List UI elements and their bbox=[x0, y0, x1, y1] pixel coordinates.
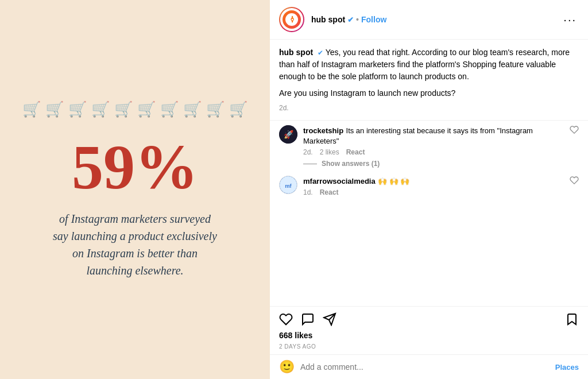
trocketship-avatar: 🚀 bbox=[279, 125, 297, 144]
follow-button[interactable]: Follow bbox=[361, 15, 386, 24]
hubspot-logo bbox=[283, 10, 301, 29]
comment-button[interactable] bbox=[301, 312, 315, 326]
shopping-carts-row: 🛒 🛒 🛒 🛒 🛒 🛒 🛒 🛒 🛒 🛒 bbox=[22, 100, 247, 118]
comment-username: trocketship bbox=[303, 126, 343, 135]
caption-username: hub spot bbox=[279, 48, 313, 57]
comment-meta: 1d. React bbox=[303, 188, 564, 196]
emoji-button[interactable]: 🙂 bbox=[279, 359, 295, 374]
comment-meta: 2d. 2 likes React bbox=[303, 148, 564, 156]
cart-icon-8: 🛒 bbox=[183, 100, 202, 118]
add-comment-bar: 🙂 Places bbox=[270, 354, 588, 379]
svg-text:mf: mf bbox=[285, 183, 292, 189]
comment-time: 2d. bbox=[303, 148, 313, 156]
comment-body: trocketship Its an interesting stat beca… bbox=[303, 125, 564, 168]
post-image-panel: 🛒 🛒 🛒 🛒 🛒 🛒 🛒 🛒 🛒 🛒 59% of Instagram mar… bbox=[0, 0, 270, 379]
comment-item: 🚀 trocketship Its an interesting stat be… bbox=[279, 125, 579, 168]
comment-item: mf mfarrowsocialmedia 🙌 🙌 🙌 1d. React bbox=[279, 176, 579, 196]
svg-point-0 bbox=[285, 13, 298, 26]
cart-icon-3: 🛒 bbox=[68, 100, 87, 118]
comment-react-button[interactable]: React bbox=[346, 148, 365, 156]
cart-icon-5: 🛒 bbox=[114, 100, 133, 118]
comment-input[interactable] bbox=[300, 362, 550, 372]
comment-text: 🙌 🙌 🙌 bbox=[378, 177, 409, 185]
caption-question: Are you using Instagram to launch new pr… bbox=[279, 87, 579, 99]
comment-likes: 2 likes bbox=[320, 148, 339, 156]
post-date: 2 DAYS AGO bbox=[270, 342, 588, 354]
caption-verified: ✔ bbox=[318, 49, 323, 57]
caption-time: 2d. bbox=[279, 103, 579, 113]
stat-number: 59% bbox=[72, 136, 198, 199]
comment-username: mfarrowsocialmedia bbox=[303, 177, 376, 185]
show-answers-button[interactable]: Show answers (1) bbox=[322, 160, 380, 168]
header-username-row: hub spot ✔ • Follow bbox=[311, 15, 554, 24]
post-header: hub spot ✔ • Follow ··· bbox=[270, 0, 588, 40]
like-button[interactable] bbox=[279, 312, 293, 326]
post-actions-bar bbox=[270, 306, 588, 330]
username: hub spot bbox=[311, 15, 345, 24]
cart-icon-4: 🛒 bbox=[91, 100, 110, 118]
comment-text-row: mfarrowsocialmedia 🙌 🙌 🙌 bbox=[303, 176, 564, 186]
profile-avatar-wrapper[interactable] bbox=[279, 7, 304, 32]
dot-separator: • bbox=[356, 15, 359, 24]
post-caption: hub spot ✔ Yes, you read that right. Acc… bbox=[270, 40, 588, 121]
comment-heart-icon[interactable] bbox=[570, 125, 579, 134]
cart-icon-7: 🛒 bbox=[160, 100, 179, 118]
stat-description: of Instagram marketers surveyed say laun… bbox=[53, 210, 217, 279]
verified-badge: ✔ bbox=[347, 16, 354, 24]
likes-count: 668 likes bbox=[270, 330, 588, 342]
header-info: hub spot ✔ • Follow bbox=[311, 15, 554, 24]
show-answers-line bbox=[303, 164, 317, 164]
caption-text-block: hub spot ✔ Yes, you read that right. Acc… bbox=[279, 47, 579, 83]
comment-react-button[interactable]: React bbox=[320, 188, 339, 196]
share-button[interactable] bbox=[323, 312, 336, 326]
comment-heart-icon[interactable] bbox=[570, 176, 579, 185]
svg-text:🚀: 🚀 bbox=[284, 130, 294, 140]
cart-icon-2: 🛒 bbox=[45, 100, 64, 118]
cart-icon-10: 🛒 bbox=[229, 100, 247, 118]
cart-icon-6: 🛒 bbox=[137, 100, 156, 118]
cart-icon-1: 🛒 bbox=[22, 100, 41, 118]
cart-icon-9: 🛒 bbox=[206, 100, 225, 118]
comment-time: 1d. bbox=[303, 188, 313, 196]
places-button[interactable]: Places bbox=[555, 363, 579, 372]
comment-text-row: trocketship Its an interesting stat beca… bbox=[303, 125, 564, 146]
post-right-panel: hub spot ✔ • Follow ··· hub spot ✔ Yes, … bbox=[270, 0, 588, 379]
comments-section: 🚀 trocketship Its an interesting stat be… bbox=[270, 121, 588, 306]
comment-body: mfarrowsocialmedia 🙌 🙌 🙌 1d. React bbox=[303, 176, 564, 196]
show-answers: Show answers (1) bbox=[303, 160, 564, 168]
bookmark-button[interactable] bbox=[565, 312, 579, 326]
mfarrow-avatar: mf bbox=[279, 176, 297, 194]
more-options-button[interactable]: ··· bbox=[561, 14, 579, 25]
